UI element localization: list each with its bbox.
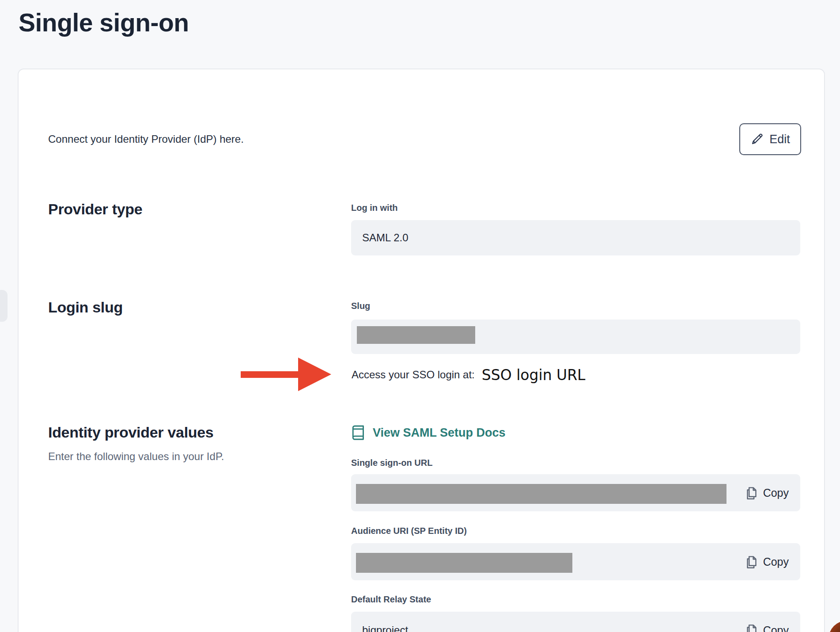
sso-settings-card: Connect your Identity Provider (IdP) her… xyxy=(18,69,825,632)
edit-button-label: Edit xyxy=(769,133,790,146)
copy-icon xyxy=(745,486,758,500)
relay-state-label: Default Relay State xyxy=(351,594,431,605)
login-slug-heading: Login slug xyxy=(48,299,123,316)
slug-value-box xyxy=(351,320,800,354)
intro-text: Connect your Identity Provider (IdP) her… xyxy=(48,133,244,145)
sso-login-annotation-prefix: Access your SSO login at: xyxy=(352,369,475,381)
relay-state-value-box: bigproject Copy xyxy=(351,612,800,632)
copy-icon xyxy=(745,555,758,569)
saml-docs-link[interactable]: View SAML Setup Docs xyxy=(352,425,506,440)
provider-type-value-box: SAML 2.0 xyxy=(351,220,800,255)
slug-label: Slug xyxy=(351,301,370,311)
idp-values-caption: Enter the following values in your IdP. xyxy=(48,450,224,463)
saml-docs-link-label: View SAML Setup Docs xyxy=(373,426,506,440)
sso-url-label: Single sign-on URL xyxy=(351,458,432,468)
book-icon xyxy=(352,425,365,440)
relay-state-value: bigproject xyxy=(362,624,408,632)
copy-audience-uri-button[interactable]: Copy xyxy=(745,543,789,580)
sso-login-annotation: Access your SSO login at: SSO login URL xyxy=(352,361,586,388)
slug-redacted-value xyxy=(357,326,475,344)
annotation-arrow xyxy=(241,358,331,391)
sso-login-url-placeholder: SSO login URL xyxy=(482,366,586,384)
copy-button-label: Copy xyxy=(763,487,789,499)
copy-sso-url-button[interactable]: Copy xyxy=(745,474,789,511)
pencil-icon xyxy=(750,133,764,146)
edit-button[interactable]: Edit xyxy=(739,123,801,155)
copy-button-label: Copy xyxy=(763,624,789,632)
left-edge-handle xyxy=(0,290,8,322)
copy-icon xyxy=(745,623,758,632)
corner-cursor-artifact xyxy=(829,621,840,632)
page-title: Single sign-on xyxy=(19,8,189,37)
idp-values-heading: Identity provider values xyxy=(48,424,213,441)
login-with-label: Log in with xyxy=(351,203,398,213)
copy-button-label: Copy xyxy=(763,556,789,568)
audience-uri-label: Audience URI (SP Entity ID) xyxy=(351,526,467,536)
provider-type-value: SAML 2.0 xyxy=(362,232,409,244)
copy-relay-state-button[interactable]: Copy xyxy=(745,612,789,632)
provider-type-heading: Provider type xyxy=(48,201,142,218)
audience-uri-redacted-value xyxy=(356,553,572,573)
audience-uri-value-box: Copy xyxy=(351,543,800,580)
sso-url-value-box: Copy xyxy=(351,474,800,511)
sso-url-redacted-value xyxy=(356,484,726,504)
